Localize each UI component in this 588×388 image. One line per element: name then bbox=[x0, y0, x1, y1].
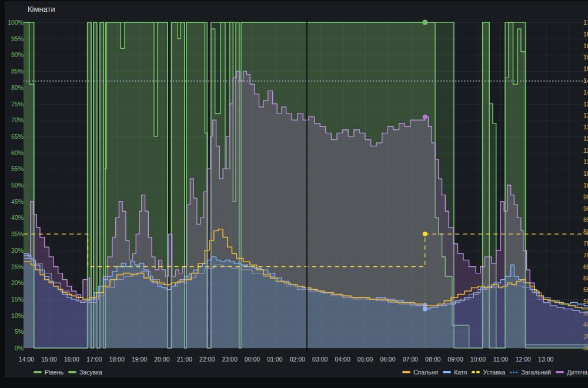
y-axis-left-tick: 40% bbox=[6, 214, 24, 221]
x-axis-tick: 01:00 bbox=[262, 356, 288, 363]
legend-item-засувка[interactable]: Засувка bbox=[68, 369, 102, 376]
x-axis-tick: 02:00 bbox=[285, 356, 310, 363]
y-axis-left-tick: 55% bbox=[6, 165, 24, 172]
legend-swatch-line-icon bbox=[402, 371, 410, 373]
x-axis-tick: 06:00 bbox=[375, 356, 400, 363]
y-axis-left-tick: 70% bbox=[6, 116, 24, 123]
legend-item-загальний[interactable]: Загальний bbox=[510, 369, 551, 376]
x-axis-tick: 19:00 bbox=[126, 356, 152, 363]
legend-item-рівень[interactable]: Рівень bbox=[34, 369, 64, 376]
legend-left-group: РівеньЗасувка bbox=[34, 367, 102, 377]
legend-swatch-dotted-icon bbox=[510, 372, 518, 373]
legend-item-дитяча[interactable]: Дитяча bbox=[556, 369, 587, 376]
x-axis-tick: 13:00 bbox=[533, 356, 559, 363]
legend-swatch-line-icon bbox=[556, 371, 564, 373]
legend-swatch-line-icon bbox=[443, 371, 451, 373]
y-axis-left-tick: 80% bbox=[6, 84, 24, 91]
y-axis-left-tick: 90% bbox=[6, 51, 24, 58]
y-axis-left-tick: 20% bbox=[6, 279, 24, 286]
y-axis-left-tick: 95% bbox=[6, 35, 24, 42]
panel-title[interactable]: Кімнати bbox=[28, 5, 55, 14]
y-axis-left-tick: 85% bbox=[6, 68, 24, 75]
y-axis-left-tick: 75% bbox=[6, 101, 24, 108]
x-axis-tick: 07:00 bbox=[397, 356, 423, 363]
legend-label: Катя bbox=[454, 369, 467, 376]
legend-label: Загальний bbox=[521, 369, 551, 376]
legend-swatch-line-icon bbox=[34, 371, 42, 373]
y-axis-left-tick: 30% bbox=[6, 247, 24, 254]
legend-swatch-dashed-icon bbox=[472, 371, 480, 373]
legend-swatch-line-icon bbox=[68, 371, 76, 373]
y-axis-left-tick: 0% bbox=[6, 344, 24, 352]
x-axis-tick: 14:00 bbox=[14, 356, 39, 363]
legend-label: Засувка bbox=[79, 369, 102, 376]
x-axis-tick: 15:00 bbox=[36, 356, 62, 363]
x-axis-tick: 23:00 bbox=[217, 356, 243, 363]
legend-item-спальня[interactable]: Спальня bbox=[402, 369, 438, 376]
legend-label: Уставка bbox=[483, 369, 505, 376]
legend-label: Рівень bbox=[45, 369, 64, 376]
legend-label: Спальня bbox=[413, 369, 438, 376]
x-axis-tick: 16:00 bbox=[59, 356, 85, 363]
y-axis-left-tick: 65% bbox=[6, 133, 24, 140]
x-axis-tick: 05:00 bbox=[352, 356, 378, 363]
legend-right-group: СпальняКатяУставкаЗагальнийДитяча bbox=[402, 367, 588, 377]
x-axis-tick: 22:00 bbox=[194, 356, 220, 363]
x-axis-tick: 20:00 bbox=[149, 356, 175, 363]
x-axis-tick: 08:00 bbox=[420, 356, 446, 363]
y-axis-left-tick: 35% bbox=[6, 230, 24, 238]
y-axis-left-tick: 25% bbox=[6, 263, 24, 270]
x-axis-tick: 11:00 bbox=[487, 356, 513, 363]
legend-item-катя[interactable]: Катя bbox=[443, 369, 467, 376]
grafana-panel: Кімнати 0%5%10%15%20%25%30%35%40%45%50%5… bbox=[5, 1, 588, 377]
x-axis-tick: 09:00 bbox=[443, 356, 469, 363]
x-axis-tick: 03:00 bbox=[307, 356, 333, 363]
x-axis-tick: 04:00 bbox=[330, 356, 356, 363]
x-axis-tick: 18:00 bbox=[104, 356, 130, 363]
x-axis-tick: 00:00 bbox=[239, 356, 265, 363]
x-axis-tick: 10:00 bbox=[465, 356, 491, 363]
y-axis-left-tick: 50% bbox=[6, 182, 24, 189]
y-axis-left-tick: 100% bbox=[6, 19, 24, 26]
y-axis-left-tick: 10% bbox=[6, 312, 24, 319]
chart-canvas[interactable] bbox=[24, 18, 588, 354]
y-axis-left-tick: 15% bbox=[6, 296, 24, 303]
x-axis-tick: 17:00 bbox=[81, 356, 107, 363]
x-axis-tick: 21:00 bbox=[172, 356, 198, 363]
y-axis-left-tick: 45% bbox=[6, 198, 24, 205]
legend-item-уставка[interactable]: Уставка bbox=[472, 369, 505, 376]
y-axis-left-tick: 60% bbox=[6, 149, 24, 156]
legend-label: Дитяча bbox=[567, 369, 587, 376]
y-axis-left-tick: 5% bbox=[6, 328, 24, 335]
x-axis-tick: 12:00 bbox=[510, 356, 536, 363]
